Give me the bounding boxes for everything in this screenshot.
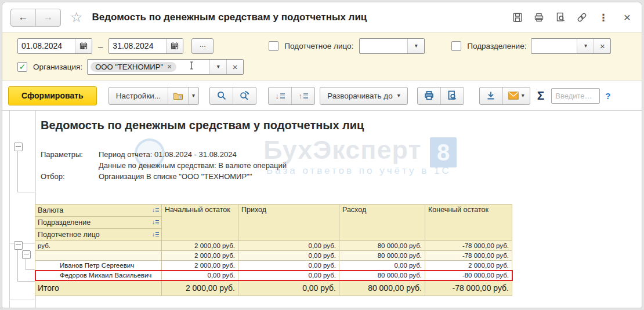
report-variants-icon[interactable] [168, 87, 188, 104]
date-to-input[interactable] [109, 41, 166, 50]
tree-line [17, 192, 35, 192]
cell-value: -78 000,00 руб. [425, 241, 512, 251]
filter-row-organization: ✓ Организация: ООО "ТЕХНОМИР" × ▾ × [17, 58, 642, 75]
sort-lines-icon [155, 232, 159, 237]
chevron-down-icon: ▾ [397, 93, 400, 99]
expand-to-button[interactable]: Разворачивать до ▾ [320, 87, 407, 104]
cell-value: 0,00 руб. [238, 271, 339, 280]
cell-value: 2 000,00 руб. [162, 241, 238, 251]
table-row[interactable]: Федоров Михаил Васильевич0,00 руб.0,00 р… [35, 271, 512, 280]
titlebar: ← → ☆ Ведомость по денежным средствам у … [2, 2, 642, 32]
organization-tag-text: ООО "ТЕХНОМИР" [95, 63, 163, 71]
person-filter-checkbox[interactable]: ✓ [269, 41, 278, 51]
back-button[interactable]: ← [11, 9, 35, 26]
department-dropdown-button[interactable]: ▾ [577, 39, 594, 53]
selection-value: Организация В списке "ООО "ТЕХНОМИР"" [99, 171, 252, 182]
organization-value[interactable]: ООО "ТЕХНОМИР" × [88, 60, 209, 73]
save-icon[interactable] [511, 11, 524, 24]
table-row[interactable]: Иванов Петр Сергеевич2 000,00 руб.0,00 р… [35, 261, 512, 271]
link-icon[interactable] [576, 11, 588, 24]
column-header-expense[interactable]: Расход [339, 205, 425, 241]
filter-panel: – ... ✓ Подотчетное лицо: ▾ ✓ Подразделе… [2, 32, 642, 81]
report-table-body: руб.2 000,00 руб.0,00 руб.80 000,00 руб.… [35, 241, 512, 296]
send-email-button[interactable]: ▾ [502, 87, 530, 104]
tag-remove-icon[interactable]: × [167, 63, 172, 71]
organization-dropdown-button[interactable]: ▾ [209, 60, 226, 74]
collapse-all-icon[interactable]: ↑ [291, 87, 314, 104]
table-row[interactable]: руб.2 000,00 руб.0,00 руб.80 000,00 руб.… [35, 241, 512, 251]
cell-value: 0,00 руб. [162, 271, 238, 280]
search-next-icon[interactable] [233, 87, 256, 104]
person-combo: ▾ [359, 38, 425, 54]
gutter-separator [9, 300, 35, 300]
department-combo: ▾ × [531, 38, 611, 54]
calendar-icon[interactable] [166, 39, 183, 53]
chevron-down-icon: ▾ [584, 43, 587, 49]
person-dropdown-button[interactable]: ▾ [407, 39, 424, 53]
tree-line [17, 281, 35, 282]
collapse-group-button[interactable] [14, 241, 23, 250]
settings-dropdown-button[interactable]: ▾ [188, 87, 198, 104]
sort-icon[interactable]: ↓ [152, 207, 159, 213]
tree-line [26, 269, 35, 270]
parameter-value: Период отчета: 01.08.2024 - 31.08.2024 [99, 149, 237, 160]
collapse-group-button[interactable] [22, 250, 31, 259]
forward-button[interactable]: → [35, 9, 60, 26]
column-header-income[interactable]: Приход [238, 205, 339, 241]
filter-row-period: – ... ✓ Подотчетное лицо: ▾ ✓ Подразделе… [17, 37, 642, 54]
department-value[interactable] [531, 39, 577, 53]
expand-all-icon[interactable]: ↓ [269, 87, 291, 104]
more-menu-icon[interactable]: ⋮ [597, 11, 610, 24]
generate-button[interactable]: Сформировать [8, 86, 97, 105]
date-from-input[interactable] [18, 41, 75, 50]
table-row[interactable]: 2 000,00 руб.0,00 руб.80 000,00 руб.-78 … [35, 251, 512, 261]
parameters-label: Параметры: [41, 149, 99, 160]
preview-icon[interactable] [554, 11, 567, 24]
sort-icon[interactable]: ↓ [152, 232, 159, 238]
parameters-label-spacer [41, 160, 99, 171]
sort-header-department[interactable]: Подразделение ↓ [35, 217, 161, 229]
save-file-icon[interactable] [480, 87, 502, 104]
department-clear-button[interactable]: × [594, 39, 610, 53]
clear-icon: × [600, 41, 605, 51]
collapse-group-button[interactable] [14, 143, 23, 151]
export-group: ▾ [479, 87, 530, 105]
settings-button[interactable]: Настройки... [109, 87, 168, 104]
cell-value: -80 000,00 руб. [425, 271, 512, 280]
header-label: Валюта [38, 206, 152, 214]
organization-tag[interactable]: ООО "ТЕХНОМИР" × [91, 62, 176, 72]
sort-header-person[interactable]: Подотчетное лицо ↓ [35, 229, 161, 240]
cell-value: 0,00 руб. [238, 261, 339, 271]
help-button[interactable]: ? [605, 91, 610, 101]
table-row[interactable]: Итого2 000,00 руб.0,00 руб.80 000,00 руб… [35, 280, 512, 296]
favorite-star-icon[interactable]: ☆ [70, 10, 83, 24]
autosum-icon[interactable]: Σ [537, 89, 545, 103]
cell-value: -78 000,00 руб. [425, 251, 512, 261]
list-lines-icon [280, 93, 285, 99]
department-filter-checkbox[interactable]: ✓ [451, 41, 461, 51]
search-icon[interactable] [210, 87, 233, 104]
tree-line [17, 249, 18, 281]
period-options-button[interactable]: ... [191, 38, 214, 54]
organization-clear-button[interactable]: × [226, 60, 243, 74]
date-from-field [17, 38, 92, 54]
print-preview-icon[interactable] [440, 87, 464, 104]
sort-icon[interactable]: ↓ [152, 220, 159, 225]
organization-combo: ООО "ТЕХНОМИР" × ▾ × [87, 59, 244, 75]
person-value[interactable] [360, 39, 407, 53]
print-icon[interactable] [533, 11, 545, 24]
organization-filter-checkbox[interactable]: ✓ [17, 62, 27, 72]
calendar-icon[interactable] [75, 39, 92, 53]
report-area: БухЭксперт 8 База ответов по учёту в 1С … [2, 111, 642, 308]
quick-search-input[interactable] [551, 88, 600, 104]
arrow-down-icon: ↓ [275, 92, 279, 100]
cell-value: 0,00 руб. [339, 261, 425, 271]
close-icon[interactable]: × [621, 11, 634, 24]
column-header-closing-balance[interactable]: Конечный остаток [425, 205, 512, 241]
column-header-opening-balance[interactable]: Начальный остаток [162, 205, 238, 241]
chevron-down-icon: ▾ [192, 93, 195, 99]
print-report-icon[interactable] [418, 87, 440, 104]
sort-header-currency[interactable]: Валюта ↓ [35, 205, 161, 217]
settings-group: Настройки... ▾ [108, 87, 199, 105]
expand-to-group: Разворачивать до ▾ [320, 87, 408, 105]
